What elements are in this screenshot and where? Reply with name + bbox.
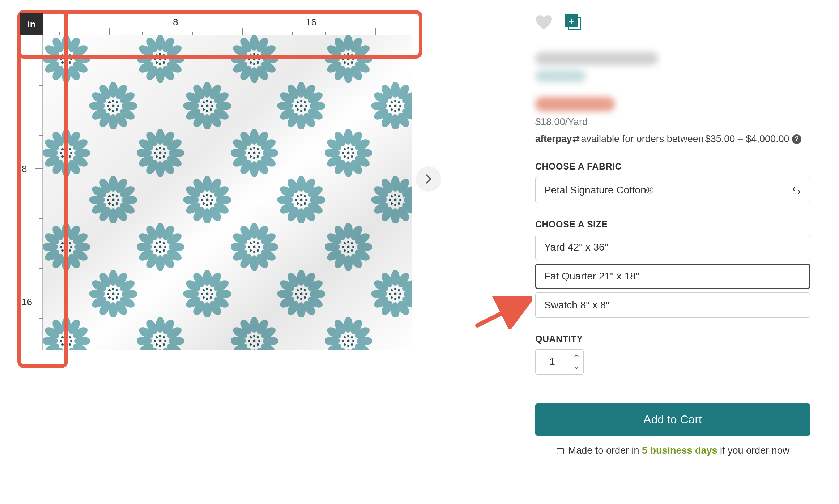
product-options-panel: + $18.00/Yard afterpay⇄ available for or…: [535, 11, 810, 456]
size-section-label: CHOOSE A SIZE: [535, 219, 810, 230]
svg-line-24: [477, 300, 528, 325]
chevron-right-icon: [425, 174, 432, 184]
size-options-list: Yard 42" x 36" Fat Quarter 21" x 18" Swa…: [535, 235, 810, 318]
quantity-value: 1: [536, 350, 569, 374]
quantity-section-label: QUANTITY: [535, 334, 810, 344]
quantity-stepper: 1: [535, 349, 584, 375]
ruler-v-label-16: 16: [22, 296, 32, 308]
quantity-decrease-button[interactable]: [569, 362, 583, 375]
quantity-increase-button[interactable]: [569, 350, 583, 362]
made-prefix: Made to order in: [568, 445, 642, 456]
ruler-v-label-8: 8: [22, 163, 27, 175]
made-to-order-line: Made to order in 5 business days if you …: [535, 445, 810, 456]
add-to-collection-button[interactable]: +: [565, 14, 581, 30]
ruler-unit-toggle[interactable]: in: [20, 13, 43, 35]
afterpay-range: $35.00 – $4,000.00: [705, 133, 789, 145]
add-to-cart-button[interactable]: Add to Cart: [535, 403, 810, 436]
favorite-heart-icon[interactable]: [535, 14, 553, 30]
svg-rect-25: [557, 448, 563, 454]
plus-icon: +: [565, 14, 578, 27]
size-option-yard[interactable]: Yard 42" x 36": [535, 235, 810, 260]
fabric-select[interactable]: Petal Signature Cotton® ⇆: [535, 177, 810, 203]
fabric-section-label: CHOOSE A FABRIC: [535, 161, 810, 172]
ruler-vertical: 8 16: [20, 35, 43, 350]
afterpay-help-icon[interactable]: ?: [792, 134, 801, 144]
swap-arrow-icon: ⇆: [792, 184, 801, 196]
next-image-button[interactable]: [416, 166, 441, 192]
product-image-area: in 8 16: [18, 11, 456, 456]
fabric-selected-value: Petal Signature Cotton®: [544, 184, 653, 196]
made-suffix: if you order now: [717, 445, 790, 456]
sale-price-redacted: [535, 97, 615, 111]
made-days: 5 business days: [642, 445, 717, 456]
product-image[interactable]: [43, 35, 412, 350]
calendar-icon: [556, 447, 565, 455]
svg-rect-23: [43, 35, 412, 350]
price-per-yard: $18.00/Yard: [535, 116, 810, 128]
size-option-fat-quarter[interactable]: Fat Quarter 21" x 18": [535, 264, 810, 289]
product-title-redacted: [535, 52, 658, 65]
chevron-up-icon: [574, 354, 579, 358]
chevron-down-icon: [574, 366, 579, 370]
annotation-arrow: [474, 296, 532, 329]
ruler-h-label-16: 16: [306, 17, 316, 28]
afterpay-logo: afterpay⇄: [535, 133, 580, 145]
afterpay-text: available for orders between: [581, 133, 704, 145]
ruler-h-label-8: 8: [173, 17, 178, 28]
size-option-swatch[interactable]: Swatch 8" x 8": [535, 292, 810, 318]
afterpay-info: afterpay⇄ available for orders between $…: [535, 133, 810, 145]
ruler-horizontal: 8 16: [43, 13, 412, 35]
designer-name-redacted: [535, 69, 586, 82]
